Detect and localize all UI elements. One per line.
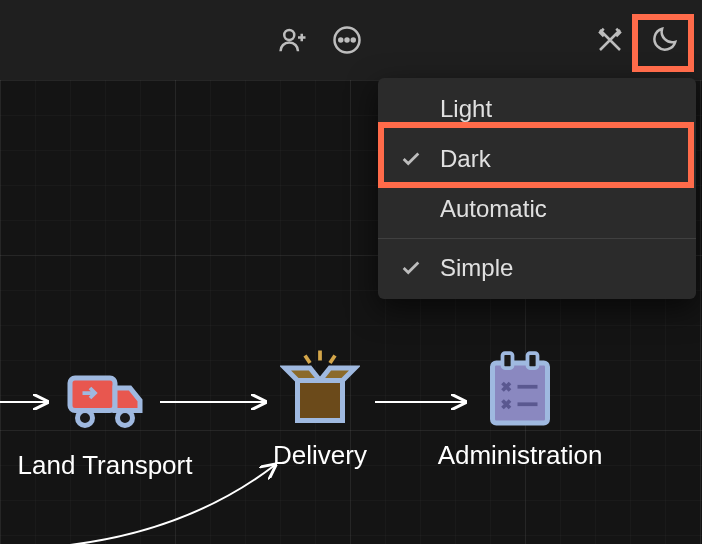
truck-icon bbox=[65, 358, 145, 438]
theme-option-simple[interactable]: Simple bbox=[378, 243, 696, 293]
theme-option-dark[interactable]: Dark bbox=[378, 134, 696, 184]
svg-point-4 bbox=[351, 39, 354, 42]
svg-point-3 bbox=[345, 39, 348, 42]
svg-point-0 bbox=[284, 30, 294, 40]
svg-line-12 bbox=[305, 356, 310, 364]
arrow-curved-into-delivery bbox=[70, 460, 290, 544]
clipboard-icon bbox=[480, 348, 560, 428]
node-label: Administration bbox=[438, 440, 603, 471]
open-box-icon bbox=[280, 348, 360, 428]
check-icon bbox=[398, 255, 424, 281]
dropdown-divider bbox=[378, 238, 696, 239]
svg-point-9 bbox=[78, 411, 93, 426]
dd-label: Dark bbox=[440, 145, 491, 173]
theme-option-light[interactable]: Light bbox=[378, 84, 696, 134]
svg-rect-14 bbox=[298, 381, 343, 421]
check-icon bbox=[398, 146, 424, 172]
svg-point-10 bbox=[118, 411, 133, 426]
theme-moon-icon[interactable] bbox=[646, 21, 682, 59]
toolbar bbox=[0, 0, 702, 80]
svg-rect-15 bbox=[493, 363, 548, 423]
arrow-delivery-to-admin bbox=[375, 392, 475, 412]
more-icon[interactable] bbox=[329, 21, 365, 59]
dd-label: Simple bbox=[440, 254, 513, 282]
theme-dropdown: Light Dark Automatic Simple bbox=[378, 78, 696, 299]
arrow-into-land bbox=[0, 392, 55, 412]
dd-label: Light bbox=[440, 95, 492, 123]
svg-point-2 bbox=[339, 39, 342, 42]
check-icon bbox=[398, 196, 424, 222]
svg-line-13 bbox=[330, 356, 335, 364]
arrow-land-to-delivery bbox=[160, 392, 275, 412]
svg-rect-17 bbox=[528, 353, 538, 368]
add-person-icon[interactable] bbox=[275, 21, 311, 59]
theme-option-automatic[interactable]: Automatic bbox=[378, 184, 696, 234]
design-tools-icon[interactable] bbox=[593, 21, 629, 59]
svg-rect-16 bbox=[503, 353, 513, 368]
check-icon bbox=[398, 96, 424, 122]
dd-label: Automatic bbox=[440, 195, 547, 223]
